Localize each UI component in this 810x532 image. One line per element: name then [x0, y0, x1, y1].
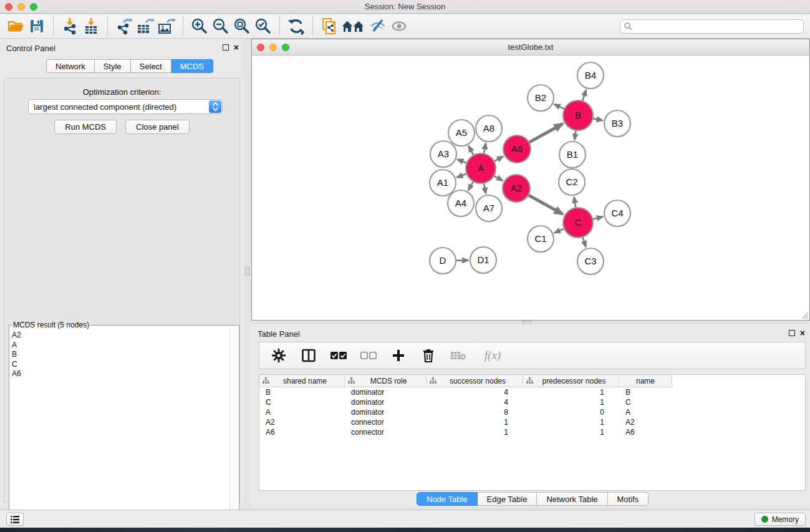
graph-node-D[interactable]: D	[430, 248, 456, 274]
split-columns-icon[interactable]	[299, 346, 318, 365]
cell-shared-name[interactable]: A6	[259, 427, 345, 437]
network-window-titlebar[interactable]: testGlobe.txt	[252, 39, 809, 56]
tab-select[interactable]: Select	[131, 59, 171, 73]
cell-successor-nodes[interactable]: 1	[427, 417, 523, 427]
graph-node-D1[interactable]: D1	[470, 247, 496, 273]
toggle-graphics-details-icon[interactable]	[367, 16, 388, 36]
function-builder-icon[interactable]: f(x)	[479, 346, 506, 365]
table-row[interactable]: A2connector11A2	[259, 417, 805, 427]
criterion-dropdown[interactable]: largest connected component (directed)	[28, 99, 223, 114]
column-header-predecessor-nodes[interactable]: predecessor nodes	[523, 375, 619, 387]
window-resize-grip[interactable]	[799, 310, 808, 319]
cell-successor-nodes[interactable]: 4	[427, 387, 523, 397]
mcds-result-item[interactable]: A	[12, 341, 229, 351]
cell-successor-nodes[interactable]: 8	[427, 407, 523, 417]
column-header-shared-name[interactable]: shared name	[259, 375, 345, 387]
zoom-selected-icon[interactable]	[253, 16, 274, 36]
open-session-icon[interactable]	[5, 16, 26, 36]
cell-shared-name[interactable]: A	[259, 407, 345, 417]
close-panel-icon[interactable]: ×	[234, 44, 239, 51]
cell-successor-nodes[interactable]: 4	[427, 397, 523, 407]
delete-table-icon[interactable]	[449, 346, 468, 365]
mcds-result-item[interactable]: A2	[12, 331, 229, 341]
mcds-result-item[interactable]: B	[12, 350, 229, 360]
float-panel-icon[interactable]	[223, 44, 229, 51]
task-history-button[interactable]	[6, 513, 24, 526]
tab-network-table[interactable]: Network Table	[537, 492, 607, 506]
cell-name[interactable]: C	[619, 397, 672, 407]
graph-node-B1[interactable]: B1	[559, 142, 586, 168]
tab-style[interactable]: Style	[95, 59, 131, 73]
table-float-panel-icon[interactable]	[789, 330, 795, 336]
table-row[interactable]: Cdominator41C	[259, 397, 805, 407]
cell-shared-name[interactable]: B	[259, 387, 345, 397]
graph-node-C3[interactable]: C3	[577, 248, 604, 274]
cell-shared-name[interactable]: C	[259, 397, 345, 407]
graph-node-B4[interactable]: B4	[577, 62, 604, 89]
column-header-MCDS-role[interactable]: MCDS role	[345, 375, 427, 387]
delete-column-icon[interactable]	[419, 346, 438, 365]
cell-name[interactable]: A	[619, 407, 672, 417]
tab-motifs[interactable]: Motifs	[608, 492, 649, 506]
run-mcds-button[interactable]: Run MCDS	[54, 120, 117, 134]
export-network-icon[interactable]	[113, 16, 135, 36]
tab-node-table[interactable]: Node Table	[417, 492, 478, 506]
cell-name[interactable]: A2	[619, 417, 672, 427]
mcds-result-scrollbar[interactable]	[229, 329, 238, 532]
zoom-out-icon[interactable]	[210, 16, 231, 36]
graph-node-A[interactable]: A	[466, 153, 496, 183]
graph-edge-A2-C[interactable]	[527, 195, 562, 215]
cell-MCDS-role[interactable]: dominator	[345, 387, 427, 397]
graph-node-C1[interactable]: C1	[528, 226, 554, 252]
home-icon[interactable]	[340, 16, 367, 36]
tab-mcds[interactable]: MCDS	[171, 59, 213, 73]
graph-node-C4[interactable]: C4	[604, 200, 630, 226]
settings-gear-icon[interactable]	[269, 346, 288, 365]
cell-predecessor-nodes[interactable]: 1	[523, 387, 619, 397]
add-column-icon[interactable]	[389, 346, 408, 365]
network-graph-canvas[interactable]: AA1A2A3A4A5A6A7A8BB1B2B3B4CC1C2C3C4DD1	[253, 56, 809, 320]
cell-predecessor-nodes[interactable]: 0	[523, 407, 619, 417]
cell-MCDS-role[interactable]: dominator	[345, 397, 427, 407]
table-row[interactable]: Adominator80A	[259, 407, 805, 417]
table-row[interactable]: Bdominator41B	[259, 387, 805, 397]
graph-node-C2[interactable]: C2	[559, 169, 585, 195]
graph-edge-A6-B[interactable]	[528, 124, 563, 143]
column-header-name[interactable]: name	[619, 375, 672, 387]
zoom-in-icon[interactable]	[189, 16, 210, 36]
select-all-checkboxes-icon[interactable]	[329, 346, 348, 365]
graph-node-B3[interactable]: B3	[604, 110, 630, 137]
save-session-icon[interactable]	[26, 16, 47, 36]
vertical-split-divider[interactable]	[244, 39, 251, 506]
graph-node-A1[interactable]: A1	[430, 170, 456, 196]
tab-edge-table[interactable]: Edge Table	[478, 492, 538, 506]
graph-node-A5[interactable]: A5	[448, 120, 475, 146]
import-table-icon[interactable]	[80, 16, 102, 36]
cell-predecessor-nodes[interactable]: 1	[523, 427, 619, 437]
export-table-icon[interactable]	[135, 16, 156, 36]
search-input[interactable]	[620, 19, 804, 34]
refresh-icon[interactable]	[286, 16, 307, 36]
cell-predecessor-nodes[interactable]: 1	[523, 397, 619, 407]
graph-node-A8[interactable]: A8	[476, 115, 502, 142]
cell-MCDS-role[interactable]: connector	[345, 427, 427, 437]
graph-node-A6[interactable]: A6	[503, 135, 531, 163]
memory-button[interactable]: Memory	[755, 513, 806, 526]
cell-MCDS-role[interactable]: connector	[345, 417, 427, 427]
zoom-fit-icon[interactable]	[231, 16, 253, 36]
graph-node-B[interactable]: B	[563, 100, 593, 130]
export-image-icon[interactable]	[156, 16, 177, 36]
cell-name[interactable]: A6	[619, 427, 672, 437]
deselect-all-checkboxes-icon[interactable]	[359, 346, 378, 365]
graph-node-C[interactable]: C	[563, 208, 593, 238]
mcds-result-item[interactable]: C	[12, 360, 229, 370]
mcds-result-item[interactable]: A6	[12, 369, 229, 379]
cell-MCDS-role[interactable]: dominator	[345, 407, 427, 417]
duplicate-network-icon[interactable]	[319, 16, 340, 36]
graph-node-A4[interactable]: A4	[448, 190, 474, 216]
cell-name[interactable]: B	[619, 387, 672, 397]
close-panel-button[interactable]: Close panel	[125, 120, 190, 134]
graph-node-A3[interactable]: A3	[430, 141, 456, 167]
show-hide-icon[interactable]	[388, 16, 410, 36]
tab-network[interactable]: Network	[46, 59, 95, 73]
